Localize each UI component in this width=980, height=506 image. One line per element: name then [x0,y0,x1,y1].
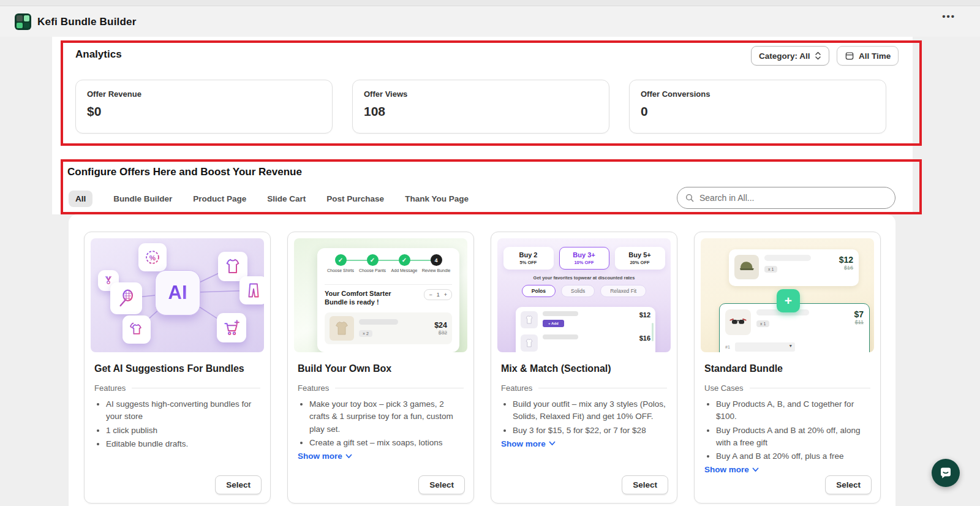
sunglasses-product-image [725,309,751,335]
offer-card-ai-suggestions: % AI Get AI Suggestions For Bundles Feat… [84,232,271,504]
mix-caption: Get your favorites topwear at discounted… [497,275,671,281]
ai-center-tile: AI [155,270,200,315]
compare-price: $16 [839,265,853,271]
tshirt-product-image [330,316,354,341]
bundle-item-cap: x 1 $12 $16 [729,249,859,286]
app-title: Kefi Bundle Builder [37,16,137,28]
step-add-message: ✓Add Message [388,254,420,273]
select-button[interactable]: Select [215,475,262,494]
feature-item: Make your toy box – pick 3 games, 2 craf… [309,398,464,436]
stat-value: 0 [641,104,875,119]
stat-label: Offer Views [364,89,598,99]
compare-price: $32 [434,330,447,336]
search-input[interactable] [699,193,888,203]
tab-slide-cart[interactable]: Slide Cart [267,194,306,203]
category-filter-dropdown[interactable]: Category: All [751,46,829,66]
chevron-down-icon [345,454,352,459]
build-box-mini-card: ✓Choose Shirts ✓Choose Pants ✓Add Messag… [317,248,459,352]
price: $7 [854,309,864,319]
tab-thank-you-page[interactable]: Thank You Page [405,194,469,203]
offer-card-mix-and-match: Buy 25% OFF Buy 3+10% OFF Buy 5+20% OFF … [491,232,677,504]
product-name-placeholder [543,334,578,339]
select-button[interactable]: Select [825,475,872,494]
scrollbar [652,323,654,341]
use-cases-label: Use Cases [704,383,744,393]
use-case-item: Buy Products A and B at 20% off, along w… [716,425,870,450]
show-more-link[interactable]: Show more [704,465,759,474]
app-header: Kefi Bundle Builder [0,7,980,37]
qty-chip: x 1 [756,320,769,327]
stat-label: Offer Revenue [87,89,321,99]
ai-illustration: % AI [91,238,264,352]
window-top-strip [0,0,980,6]
stat-card-offer-conversions: Offer Conversions 0 [629,80,886,134]
feature-item: Create a gift set – mix soaps, lotions [309,437,464,449]
build-box-illustration: ✓Choose Shirts ✓Choose Pants ✓Add Messag… [294,238,467,352]
show-more-link[interactable]: Show more [501,439,556,448]
stat-value: $0 [87,104,321,119]
chip-relaxed-fit: Relaxed Fit [600,285,646,297]
tier-buy-2: Buy 25% OFF [503,247,554,270]
search-icon [685,193,695,203]
pants-icon [239,276,264,304]
chevron-down-icon [752,467,759,472]
qty-value: 1 [437,292,440,298]
product-name-placeholder [543,311,578,316]
use-case-list: Buy Products A, B, and C together for $1… [716,398,870,463]
shirt-product-image [521,334,538,352]
chat-launcher-button[interactable] [932,459,960,487]
select-button[interactable]: Select [418,475,465,494]
offer-card-title: Build Your Own Box [298,363,464,374]
app-logo-icon [15,13,31,30]
date-range-label: All Time [859,51,891,61]
qty-chip: × 2 [359,330,372,337]
tab-all[interactable]: All [69,191,92,207]
quantity-stepper: − 1 + [424,289,452,300]
feature-item: AI suggests high-converting bundles for … [106,398,260,423]
tennis-racket-icon [110,282,142,314]
tab-product-page[interactable]: Product Page [193,194,246,203]
select-button[interactable]: Select [622,475,668,494]
offer-card-title: Standard Bundle [704,363,870,374]
qty-minus: − [429,292,432,298]
step-review-bundle: 4Review Bundle [420,254,452,273]
tab-post-purchase[interactable]: Post Purchase [326,194,384,203]
add-button: + Add [543,320,564,327]
features-label: Features [501,383,532,393]
feature-item: Buy 3 for $15, 5 for $22, or 7 for $28 [513,425,667,437]
feature-list: Build your outfit – mix any 3 styles (Po… [513,398,667,437]
stat-label: Offer Conversions [641,89,875,99]
feature-item: 1 click publish [106,425,260,437]
step-choose-shirts: ✓Choose Shirts [325,254,356,273]
chip-polos: Polos [522,285,556,297]
tab-bundle-builder[interactable]: Bundle Builder [113,194,172,203]
offer-card-title: Get AI Suggestions For Bundles [94,363,260,374]
overflow-menu-icon[interactable]: ••• [942,11,956,21]
qty-chip: x 1 [764,266,777,273]
offer-card-standard-bundle: x 1 $12 $16 + x 1 $7 $11 #1 [694,232,881,504]
bundle-product-row: × 2 $24 $32 [325,312,452,344]
use-case-item: Buy A and B at 20% off, plus a free [716,450,870,463]
offer-tabs: All Bundle Builder Product Page Slide Ca… [69,189,469,208]
use-case-item: Buy Products A, B, and C together for $1… [716,398,870,423]
chevron-down-icon [549,441,556,446]
mix-product-list: + Add $12 $16 [516,307,655,352]
price: $16 [639,334,650,342]
plus-button: + [777,289,800,312]
variant-index: #1 [725,345,730,349]
configure-offers-title: Configure Offers Here and Boost Your Rev… [67,166,302,178]
product-name-placeholder [764,255,811,261]
analytics-title: Analytics [75,48,122,61]
discount-badge-icon: % [138,243,167,271]
features-label: Features [94,383,126,393]
tier-buy-5: Buy 5+20% OFF [615,247,665,270]
tier-buy-3: Buy 3+10% OFF [559,247,609,270]
cap-product-image [734,255,759,279]
feature-list: AI suggests high-converting bundles for … [106,398,260,450]
calendar-icon [845,51,854,61]
svg-text:%: % [149,254,156,262]
bundle-ready-headline: Your Comfort Starter Bundle is ready ! [325,289,404,307]
show-more-link[interactable]: Show more [298,451,352,461]
shirts-icon [123,315,151,344]
date-range-button[interactable]: All Time [837,46,899,66]
